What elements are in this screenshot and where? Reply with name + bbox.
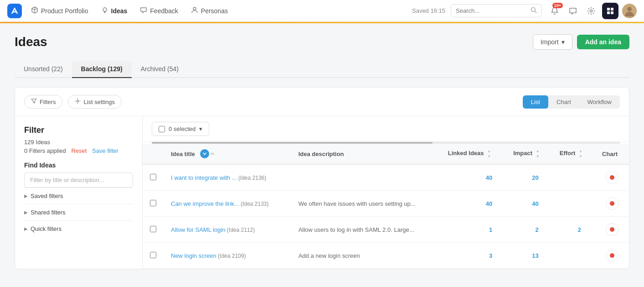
select-all-checkbox[interactable] xyxy=(159,126,165,132)
row-checkbox-cell xyxy=(143,191,164,217)
svg-point-4 xyxy=(590,10,592,12)
nav-label-personas: Personas xyxy=(201,7,228,15)
main-content: Ideas Import ▾ Add an idea Unsorted (22)… xyxy=(0,23,644,280)
chart-dot[interactable] xyxy=(606,197,618,210)
ideas-table: Idea title xyxy=(143,144,629,269)
horizontal-scrollbar[interactable] xyxy=(152,142,620,144)
messages-button[interactable] xyxy=(566,4,580,18)
nav-label-feedback: Feedback xyxy=(150,7,178,15)
th-impact[interactable]: Impact ▼▲ xyxy=(506,144,552,164)
row-effort: 2 xyxy=(552,217,595,243)
nav-item-product-portfolio[interactable]: Product Portfolio xyxy=(26,4,94,18)
table-wrap: Idea title xyxy=(143,144,629,269)
table-body: I want to integrate with ... (Idea 2136)… xyxy=(143,164,629,269)
cube-icon xyxy=(31,6,38,15)
notification-badge: 10+ xyxy=(552,3,563,8)
person-icon xyxy=(191,6,198,15)
row-chart[interactable] xyxy=(595,243,629,269)
idea-title-link[interactable]: New login screen xyxy=(171,252,216,259)
row-checkbox[interactable] xyxy=(150,226,156,232)
svg-rect-5 xyxy=(607,8,610,10)
nav-item-feedback[interactable]: Feedback xyxy=(134,4,183,18)
search-box[interactable] xyxy=(451,4,542,17)
effort-sort-icons: ▼▲ xyxy=(579,150,582,158)
toolbar: Filters List settings List Chart Workflo… xyxy=(15,88,629,116)
shared-filters-toggle[interactable]: ▶ Shared filters xyxy=(24,204,133,220)
row-checkbox[interactable] xyxy=(150,174,156,180)
view-list-button[interactable]: List xyxy=(523,95,548,109)
row-linked-ideas[interactable]: 40 xyxy=(441,191,506,217)
row-checkbox-cell xyxy=(143,217,164,243)
list-settings-button[interactable]: List settings xyxy=(68,95,122,109)
filter-applied: 0 Filters applied Reset Save filter xyxy=(24,147,133,154)
nav-item-ideas[interactable]: Ideas xyxy=(96,4,133,18)
idea-title-link[interactable]: Can we improve the link... xyxy=(171,200,239,207)
row-chart[interactable] xyxy=(595,191,629,217)
row-checkbox[interactable] xyxy=(150,200,156,206)
search-input[interactable] xyxy=(456,7,527,14)
row-linked-ideas[interactable]: 40 xyxy=(441,164,506,191)
idea-id-label: (Idea 2133) xyxy=(239,201,269,207)
idea-title-link[interactable]: I want to integrate with ... xyxy=(171,174,237,181)
svg-rect-0 xyxy=(7,4,22,18)
split-layout: Filter 129 Ideas 0 Filters applied Reset… xyxy=(15,116,629,269)
quick-filters-toggle[interactable]: ▶ Quick filters xyxy=(24,220,133,237)
filter-reset-link[interactable]: Reset xyxy=(71,147,87,154)
nav-item-personas[interactable]: Personas xyxy=(185,4,233,18)
row-checkbox[interactable] xyxy=(150,252,156,258)
idea-title-link[interactable]: Allow for SAML login xyxy=(171,226,225,233)
bulb-icon xyxy=(101,6,108,15)
saved-filters-toggle[interactable]: ▶ Saved filters xyxy=(24,188,133,204)
row-chart[interactable] xyxy=(595,217,629,243)
grid-button[interactable] xyxy=(602,3,618,19)
view-toggle: List Chart Workflow xyxy=(523,95,620,109)
th-checkbox xyxy=(143,144,164,164)
chart-dot-inner xyxy=(610,253,614,258)
table-area: 0 selected ▾ Idea t xyxy=(143,116,629,269)
filter-input[interactable] xyxy=(24,172,133,188)
selected-button[interactable]: 0 selected ▾ xyxy=(152,122,209,136)
svg-rect-7 xyxy=(607,11,610,14)
tab-archived[interactable]: Archived (54) xyxy=(132,61,188,78)
filter-icon xyxy=(31,98,37,105)
th-idea-title[interactable]: Idea title xyxy=(164,144,291,164)
svg-rect-6 xyxy=(611,8,613,10)
row-checkbox-cell xyxy=(143,243,164,269)
th-linked-ideas[interactable]: Linked Ideas ▼▲ xyxy=(441,144,506,164)
chart-dot[interactable] xyxy=(606,223,618,236)
row-chart[interactable] xyxy=(595,164,629,191)
row-effort xyxy=(552,164,595,191)
import-arrow-icon: ▾ xyxy=(562,38,565,46)
table-row: I want to integrate with ... (Idea 2136)… xyxy=(143,164,629,191)
svg-point-10 xyxy=(627,7,632,11)
notifications-button[interactable]: 10+ xyxy=(547,4,562,18)
idea-id-label: (Idea 2109) xyxy=(216,253,246,259)
tabs-row: Unsorted (22) Backlog (129) Archived (54… xyxy=(15,61,629,78)
filter-save-link[interactable]: Save filter xyxy=(92,147,118,154)
chart-dot-inner xyxy=(610,201,614,206)
chevron-right-icon: ▶ xyxy=(24,193,28,198)
import-button[interactable]: Import ▾ xyxy=(533,34,572,50)
th-effort[interactable]: Effort ▼▲ xyxy=(552,144,595,164)
row-linked-ideas[interactable]: 3 xyxy=(441,243,506,269)
th-chart: Chart xyxy=(595,144,629,164)
tab-backlog[interactable]: Backlog (129) xyxy=(72,61,132,78)
row-linked-ideas[interactable]: 1 xyxy=(441,217,506,243)
row-impact: 2 xyxy=(506,217,552,243)
nav-label-ideas: Ideas xyxy=(111,7,128,15)
chart-dot[interactable] xyxy=(606,171,618,184)
impact-sort-icons: ▼▲ xyxy=(536,150,540,158)
view-chart-button[interactable]: Chart xyxy=(548,95,579,109)
list-settings-label: List settings xyxy=(83,99,115,105)
app-logo[interactable] xyxy=(7,4,22,18)
chart-dot[interactable] xyxy=(606,249,618,262)
settings-button[interactable] xyxy=(584,4,598,18)
filter-title: Filter xyxy=(24,125,133,135)
sort-up-icon[interactable] xyxy=(210,151,215,157)
user-avatar[interactable] xyxy=(622,4,637,18)
sort-down-active-icon[interactable] xyxy=(200,149,209,158)
add-idea-button[interactable]: Add an idea xyxy=(577,35,629,49)
filters-button[interactable]: Filters xyxy=(24,95,62,109)
tab-unsorted[interactable]: Unsorted (22) xyxy=(15,61,72,78)
view-workflow-button[interactable]: Workflow xyxy=(579,95,620,109)
